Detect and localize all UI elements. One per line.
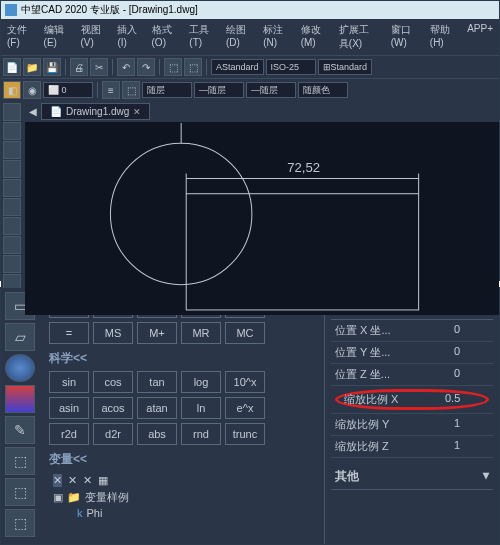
titlebar: 中望CAD 2020 专业版 - [Drawing1.dwg] [1,1,499,19]
layer-sel[interactable]: — 随层 [194,82,244,98]
calc-button[interactable]: sin [49,371,89,393]
calc-button[interactable]: atan [137,397,177,419]
hatch-tool[interactable] [3,217,21,235]
ellipse-tool[interactable] [3,198,21,216]
print-icon[interactable]: 🖨 [70,58,88,76]
expand-icon[interactable]: ▣ [53,491,63,504]
menu-item[interactable]: 文件(F) [1,21,38,53]
property-row[interactable]: 缩放比例 X0.5 [331,386,493,414]
redo-icon[interactable]: ↷ [137,58,155,76]
menu-item[interactable]: 窗口(W) [385,21,424,53]
calc-button[interactable]: trunc [225,423,265,445]
sci-section[interactable]: 科学<< [49,350,316,367]
save-icon[interactable]: 💾 [43,58,61,76]
tool-icon[interactable]: ≡ [102,81,120,99]
calc-button[interactable]: acos [93,397,133,419]
paint-icon[interactable]: ✎ [5,416,35,444]
layer-icon[interactable]: ◧ [3,81,21,99]
menu-item[interactable]: 标注(N) [257,21,294,53]
cut-icon[interactable]: ✂ [90,58,108,76]
calc-button[interactable]: rnd [181,423,221,445]
layer-sel[interactable]: — 随层 [246,82,296,98]
svg-rect-1 [186,194,418,310]
property-row[interactable]: 缩放比例 Z1 [331,436,493,458]
menu-item[interactable]: 格式(O) [146,21,184,53]
property-row[interactable]: 位置 Z 坐...0 [331,364,493,386]
dimension-text: 72,52 [287,160,320,175]
calc-button[interactable]: r2d [49,423,89,445]
layer-select[interactable]: ⬜ 0 [43,82,93,98]
calc-button[interactable]: M+ [137,322,177,344]
calc-button[interactable]: MS [93,322,133,344]
menu-item[interactable]: 工具(T) [183,21,220,53]
circle-tool[interactable] [3,141,21,159]
line-tool[interactable] [3,103,21,121]
var-tool[interactable]: ✕ [68,474,77,487]
tool-icon[interactable]: ⬚ [122,81,140,99]
var-toolbar: ✕✕✕▦ [49,472,316,489]
arc-tool[interactable] [3,160,21,178]
tool-icon[interactable]: ⬚ [164,58,182,76]
polyline-tool[interactable] [3,122,21,140]
menu-item[interactable]: 帮助(H) [424,21,461,53]
calc-button[interactable]: asin [49,397,89,419]
calc-button[interactable]: 10^x [225,371,265,393]
tab-label: Drawing1.dwg [66,106,129,117]
menu-item[interactable]: 编辑(E) [38,21,75,53]
menu-item[interactable]: 绘图(D) [220,21,257,53]
var-section[interactable]: 变量<< [49,451,316,468]
folder-icon: 📁 [67,491,81,504]
drawing-canvas[interactable]: ◀ 📄 Drawing1.dwg ✕ 72,52 [25,101,499,315]
point-tool[interactable] [3,255,21,273]
tool-icon[interactable]: ⬚ [5,447,35,475]
calc-button[interactable]: MR [181,322,221,344]
property-row[interactable]: 位置 Y 坐...0 [331,342,493,364]
calc-button[interactable]: ln [181,397,221,419]
new-icon[interactable]: 📄 [3,58,21,76]
property-row[interactable]: 缩放比例 Y1 [331,414,493,436]
menubar: 文件(F)编辑(E)视图(V)插入(I)格式(O)工具(T)绘图(D)标注(N)… [1,19,499,55]
tool-icon[interactable]: ⬚ [184,58,202,76]
calc-button[interactable]: = [49,322,89,344]
tree-folder[interactable]: ▣ 📁 变量样例 [53,489,316,506]
open-icon[interactable]: 📁 [23,58,41,76]
rect-tool[interactable] [3,179,21,197]
calc-button[interactable]: cos [93,371,133,393]
layer-icon[interactable]: ◉ [23,81,41,99]
text-tool[interactable] [3,236,21,254]
menu-item[interactable]: 修改(M) [295,21,333,53]
undo-icon[interactable]: ↶ [117,58,135,76]
layer-sel[interactable]: 随层 [142,82,192,98]
std-select[interactable]: ⊞ Standard [318,59,373,75]
var-tool[interactable]: ✕ [83,474,92,487]
calc-button[interactable]: abs [137,423,177,445]
menu-item[interactable]: APP+ [461,21,499,53]
calc-button[interactable]: log [181,371,221,393]
app-icon [5,4,17,16]
var-tool[interactable]: ✕ [53,474,62,487]
tool-icon[interactable]: ⬚ [5,509,35,537]
menu-item[interactable]: 视图(V) [75,21,112,53]
color-sel[interactable]: 随颜色 [298,82,348,98]
calc-button[interactable]: tan [137,371,177,393]
calc-button[interactable]: e^x [225,397,265,419]
property-row[interactable]: 位置 X 坐...0 [331,320,493,342]
calc-button[interactable]: MC [225,322,265,344]
menu-item[interactable]: 扩展工具(X) [333,21,385,53]
close-icon[interactable]: ✕ [133,107,141,117]
menu-item[interactable]: 插入(I) [111,21,145,53]
gradient-icon[interactable] [5,385,35,413]
tree-item[interactable]: k Phi [53,506,316,520]
document-tab[interactable]: 📄 Drawing1.dwg ✕ [41,103,150,120]
svg-point-0 [110,143,251,284]
prop-section-header[interactable]: 其他▾ [331,464,493,490]
var-tool[interactable]: ▦ [98,474,108,487]
highlight-ring: 缩放比例 X0.5 [335,389,489,410]
iso-select[interactable]: ISO-25 [266,59,316,75]
style-select[interactable]: A Standard [211,59,264,75]
globe-icon[interactable] [5,354,35,382]
tool-icon[interactable]: ⬚ [5,478,35,506]
rect-icon[interactable]: ▱ [5,323,35,351]
calc-button[interactable]: d2r [93,423,133,445]
file-icon: 📄 [50,106,62,117]
